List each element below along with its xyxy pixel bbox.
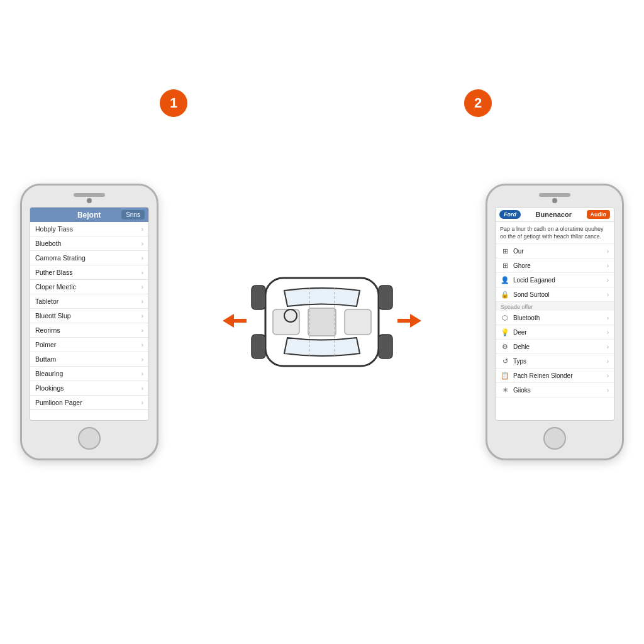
car-svg-wrap <box>240 259 404 385</box>
chevron-right-icon: › <box>607 248 609 255</box>
right-sub-menu-item[interactable]: ⚙Dehle› <box>496 340 614 354</box>
left-menu-item[interactable]: Reorirns› <box>30 323 148 338</box>
svg-marker-0 <box>223 314 247 328</box>
arrow-left <box>223 314 247 330</box>
svg-rect-7 <box>379 286 392 309</box>
arrow-right <box>397 314 421 330</box>
right-nav-title: Bunenacor <box>523 211 584 218</box>
menu-item-label: Camorra Strating <box>35 254 86 262</box>
left-nav-button[interactable]: Snns <box>121 210 145 219</box>
left-menu-item[interactable]: Poimer› <box>30 338 148 352</box>
chevron-right-icon: › <box>142 269 143 276</box>
car-area <box>158 184 486 460</box>
right-main-menu: ⊞Our›⊞Ghore›👤Locid Eaganed›🔒Sond Surtool… <box>496 244 614 302</box>
chevron-right-icon: › <box>607 387 609 394</box>
person-icon: 👤 <box>501 275 509 284</box>
chevron-right-icon: › <box>607 277 609 284</box>
left-menu-item[interactable]: Blueboth› <box>30 236 148 251</box>
chevron-right-icon: › <box>142 327 143 334</box>
left-phone: Bejont Snns Hobply Tiass›Blueboth›Camorr… <box>20 184 158 460</box>
chevron-right-icon: › <box>142 284 143 291</box>
asterisk-icon: ✳ <box>501 386 509 394</box>
chevron-right-icon: › <box>607 329 609 336</box>
left-menu-item[interactable]: Tabletor› <box>30 294 148 309</box>
right-sub-menu-item[interactable]: 💡Deer› <box>496 325 614 340</box>
left-phone-home[interactable] <box>78 427 101 450</box>
right-sub-item-label: Typs <box>513 358 526 365</box>
left-menu-item[interactable]: Hobply Tiass› <box>30 222 148 236</box>
bluetooth-icon: ⬡ <box>501 313 509 322</box>
right-sub-item-label: Dehle <box>513 343 530 350</box>
right-phone-home[interactable] <box>543 427 566 450</box>
grid-icon: ⊞ <box>501 247 509 255</box>
left-phone-camera <box>87 198 92 203</box>
chevron-right-icon: › <box>142 240 143 247</box>
left-menu-item[interactable]: Buttam› <box>30 352 148 367</box>
right-sub-menu: ⬡Bluetooth›💡Deer›⚙Dehle›↺Typs›📋Pach Rein… <box>496 311 614 397</box>
menu-item-label: Puther Blass <box>35 269 73 276</box>
right-main-menu-item[interactable]: ⊞Ghore› <box>496 258 614 273</box>
menu-item-label: Poimer <box>35 341 56 348</box>
left-nav-title: Bejont <box>57 211 121 219</box>
step-1-circle: 1 <box>160 89 187 117</box>
lock-icon: 🔒 <box>501 290 509 299</box>
left-menu-list: Hobply Tiass›Blueboth›Camorra Strating›P… <box>30 222 148 410</box>
right-phone-header: Ford Bunenacor Audio <box>496 208 614 222</box>
right-phone-camera <box>552 198 557 203</box>
right-phone: Ford Bunenacor Audio Pap a lnur th cadh … <box>486 184 624 460</box>
step-2-circle: 2 <box>464 89 492 117</box>
chevron-right-icon: › <box>142 385 143 392</box>
menu-item-label: Plookings <box>35 384 64 392</box>
svg-rect-3 <box>345 309 371 335</box>
menu-item-label: Buttam <box>35 355 56 363</box>
svg-rect-9 <box>308 308 336 336</box>
menu-item-label: Pumlioon Pager <box>35 399 82 406</box>
chevron-right-icon: › <box>607 291 609 298</box>
right-sub-menu-item[interactable]: ⬡Bluetooth› <box>496 311 614 325</box>
chevron-right-icon: › <box>142 370 143 377</box>
right-item-label: Ghore <box>513 262 531 269</box>
svg-rect-8 <box>379 335 392 358</box>
menu-item-label: Cloper Meetic <box>35 283 76 291</box>
right-sub-item-label: Deer <box>513 329 527 336</box>
chevron-right-icon: › <box>142 226 143 233</box>
left-menu-item[interactable]: Puther Blass› <box>30 265 148 280</box>
svg-rect-5 <box>252 286 265 309</box>
left-menu-item[interactable]: Blueott Slup› <box>30 309 148 323</box>
left-menu-item[interactable]: Cloper Meetic› <box>30 280 148 294</box>
right-sub-menu-item[interactable]: 📋Pach Reinen Slonder› <box>496 369 614 383</box>
doc-icon: 📋 <box>501 371 509 380</box>
chevron-right-icon: › <box>142 341 143 348</box>
left-menu-item[interactable]: Plookings› <box>30 381 148 396</box>
menu-item-label: Bleauring <box>35 370 63 377</box>
menu-item-label: Blueboth <box>35 240 61 247</box>
chevron-right-icon: › <box>142 298 143 305</box>
left-menu-item[interactable]: Bleauring› <box>30 367 148 381</box>
scene: 1 2 Bejont Snns Hobply Tiass›Blueboth›Ca… <box>20 39 624 605</box>
left-nav-bar: Bejont Snns <box>30 208 148 222</box>
right-item-label: Our <box>513 248 524 255</box>
step-2-label: 2 <box>474 95 482 111</box>
right-phone-screen: Ford Bunenacor Audio Pap a lnur th cadh … <box>495 207 614 421</box>
right-item-label: Sond Surtool <box>513 291 550 298</box>
gear-icon: ⚙ <box>501 342 509 351</box>
right-main-menu-item[interactable]: 👤Locid Eaganed› <box>496 273 614 287</box>
ford-logo: Ford <box>499 210 521 219</box>
right-phone-speaker <box>539 193 570 197</box>
svg-marker-12 <box>397 314 421 328</box>
chevron-right-icon: › <box>607 358 609 365</box>
menu-item-label: Tabletor <box>35 297 58 305</box>
right-main-menu-item[interactable]: 🔒Sond Surtool› <box>496 287 614 302</box>
chevron-right-icon: › <box>607 372 609 379</box>
right-sub-menu-item[interactable]: ✳Giioks› <box>496 383 614 397</box>
right-main-menu-item[interactable]: ⊞Our› <box>496 244 614 258</box>
left-menu-item[interactable]: Pumlioon Pager› <box>30 396 148 410</box>
chevron-right-icon: › <box>607 262 609 269</box>
right-sub-item-label: Bluetooth <box>513 314 540 321</box>
grid-icon: ⊞ <box>501 261 509 270</box>
right-sub-menu-item[interactable]: ↺Typs› <box>496 354 614 369</box>
left-menu-item[interactable]: Camorra Strating› <box>30 251 148 265</box>
step-1-label: 1 <box>170 95 177 111</box>
menu-item-label: Hobply Tiass <box>35 225 73 233</box>
audio-button[interactable]: Audio <box>587 210 611 219</box>
